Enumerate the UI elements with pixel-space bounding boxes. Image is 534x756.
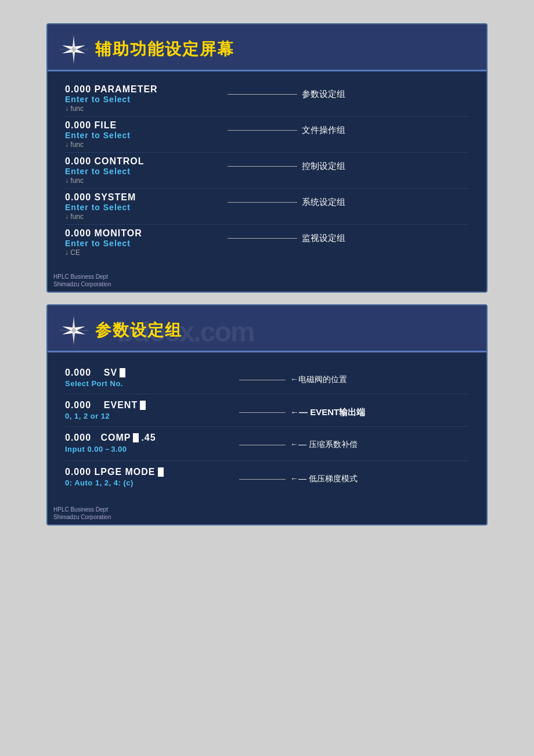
menu-left-system: 0.000 SYSTEM Enter to Select ↓ func bbox=[65, 192, 228, 221]
menu-left-monitor: 0.000 MONITOR Enter to Select ↓ CE bbox=[65, 228, 228, 257]
system-func: ↓ func bbox=[65, 213, 228, 221]
panel1-title: 辅助功能设定屏幕 bbox=[95, 38, 234, 60]
param-left-sv: 0.000 SV Select Port No. bbox=[65, 368, 239, 388]
panel2: 参数设定组 bdocx.com 0.000 SV Select Port No.… bbox=[46, 304, 488, 525]
control-select: Enter to Select bbox=[65, 167, 228, 176]
comp-arrow: ←— 压缩系数补偿 bbox=[239, 440, 358, 450]
lpge-arrow: ←— 低压梯度模式 bbox=[239, 474, 358, 484]
param-item-event: 0.000 EVENT 0, 1, 2 or 12 ←— EVENT输出端 bbox=[65, 394, 469, 427]
lpge-label: ←— 低压梯度模式 bbox=[290, 474, 358, 484]
sv-cursor bbox=[120, 368, 125, 377]
lpge-value-line: 0.000 LPGE MODE bbox=[65, 467, 239, 477]
event-cursor bbox=[140, 401, 146, 410]
menu-left-file: 0.000 FILE Enter to Select ↓ func bbox=[65, 120, 228, 149]
panel1-footer1: HPLC Business Dept bbox=[53, 273, 481, 280]
panel2-footer2: Shimadzu Corporation bbox=[53, 513, 481, 521]
parameter-label: 参数设定组 bbox=[302, 89, 345, 100]
event-label: ←— EVENT输出端 bbox=[290, 407, 365, 418]
panel1-header: 辅助功能设定屏幕 bbox=[48, 24, 486, 71]
file-value: 0.000 FILE bbox=[65, 120, 228, 131]
sv-arrow: ←电磁阀的位置 bbox=[239, 375, 347, 385]
control-arrow: 控制设定组 bbox=[228, 161, 469, 172]
system-value: 0.000 SYSTEM bbox=[65, 192, 228, 203]
control-value: 0.000 CONTROL bbox=[65, 156, 228, 167]
comp-sub-line: Input 0.00－3.00 bbox=[65, 444, 239, 455]
control-label: 控制设定组 bbox=[302, 161, 345, 172]
system-label: 系统设定组 bbox=[302, 197, 345, 208]
sv-value-line: 0.000 SV bbox=[65, 368, 239, 378]
param-item-comp: 0.000 COMP .45 Input 0.00－3.00 ←— 压缩系数补偿 bbox=[65, 427, 469, 461]
monitor-value: 0.000 MONITOR bbox=[65, 228, 228, 239]
panel2-header: 参数设定组 bdocx.com bbox=[48, 305, 486, 352]
param-left-comp: 0.000 COMP .45 Input 0.00－3.00 bbox=[65, 433, 239, 455]
star-icon-2 bbox=[59, 316, 88, 345]
menu-left-parameter: 0.000 PARAMETER Enter to Select ↓ func bbox=[65, 84, 228, 113]
comp-value-text: 0.000 COMP bbox=[65, 433, 131, 443]
monitor-select: Enter to Select bbox=[65, 239, 228, 248]
menu-left-control: 0.000 CONTROL Enter to Select ↓ func bbox=[65, 156, 228, 185]
monitor-label: 监视设定组 bbox=[302, 233, 345, 244]
file-func: ↓ func bbox=[65, 141, 228, 149]
control-func: ↓ func bbox=[65, 177, 228, 185]
param-item-lpge: 0.000 LPGE MODE 0: Auto 1, 2, 4: (c) ←— … bbox=[65, 461, 469, 493]
system-arrow: 系统设定组 bbox=[228, 197, 469, 208]
sv-horiz bbox=[239, 380, 286, 380]
comp-label: ←— 压缩系数补偿 bbox=[290, 440, 358, 450]
lpge-cursor bbox=[158, 467, 164, 477]
comp-horiz bbox=[239, 445, 286, 445]
panel1-footer: HPLC Business Dept Shimadzu Corporation bbox=[48, 269, 486, 291]
comp-suffix: .45 bbox=[141, 433, 156, 443]
menu-item-monitor: 0.000 MONITOR Enter to Select ↓ CE 监视设定组 bbox=[65, 225, 469, 260]
monitor-func: ↓ CE bbox=[65, 249, 228, 257]
event-value-line: 0.000 EVENT bbox=[65, 400, 239, 411]
parameter-func: ↓ func bbox=[65, 105, 228, 113]
system-select: Enter to Select bbox=[65, 203, 228, 212]
comp-value-line: 0.000 COMP .45 bbox=[65, 433, 239, 443]
param-left-event: 0.000 EVENT 0, 1, 2 or 12 bbox=[65, 400, 239, 420]
panel2-title: 参数设定组 bbox=[95, 319, 182, 341]
event-horiz bbox=[239, 412, 286, 413]
event-arrow: ←— EVENT输出端 bbox=[239, 407, 365, 418]
lpge-sub-line: 0: Auto 1, 2, 4: (c) bbox=[65, 478, 239, 487]
menu-item-parameter: 0.000 PARAMETER Enter to Select ↓ func 参… bbox=[65, 81, 469, 117]
param-item-sv: 0.000 SV Select Port No. ←电磁阀的位置 bbox=[65, 362, 469, 394]
monitor-horiz-line bbox=[228, 238, 297, 239]
menu-item-control: 0.000 CONTROL Enter to Select ↓ func 控制设… bbox=[65, 153, 469, 189]
file-label: 文件操作组 bbox=[302, 125, 345, 136]
file-horiz-line bbox=[228, 130, 297, 131]
panel1-footer2: Shimadzu Corporation bbox=[53, 280, 481, 288]
file-arrow: 文件操作组 bbox=[228, 125, 469, 136]
panel2-footer: HPLC Business Dept Shimadzu Corporation bbox=[48, 502, 486, 524]
panel1-body: 0.000 PARAMETER Enter to Select ↓ func 参… bbox=[48, 71, 486, 269]
file-select: Enter to Select bbox=[65, 131, 228, 140]
sv-label: ←电磁阀的位置 bbox=[290, 375, 347, 385]
lpge-horiz bbox=[239, 479, 286, 480]
panel2-body: 0.000 SV Select Port No. ←电磁阀的位置 0.000 E… bbox=[48, 352, 486, 502]
menu-item-file: 0.000 FILE Enter to Select ↓ func 文件操作组 bbox=[65, 117, 469, 153]
parameter-arrow: 参数设定组 bbox=[228, 89, 469, 100]
panel2-footer1: HPLC Business Dept bbox=[53, 506, 481, 513]
event-value-text: 0.000 EVENT bbox=[65, 400, 138, 411]
comp-cursor bbox=[133, 433, 139, 442]
parameter-select: Enter to Select bbox=[65, 95, 228, 104]
parameter-value: 0.000 PARAMETER bbox=[65, 84, 228, 95]
star-icon bbox=[59, 35, 88, 64]
panel1: 辅助功能设定屏幕 0.000 PARAMETER Enter to Select… bbox=[46, 23, 488, 293]
monitor-arrow: 监视设定组 bbox=[228, 233, 469, 244]
param-left-lpge: 0.000 LPGE MODE 0: Auto 1, 2, 4: (c) bbox=[65, 467, 239, 487]
event-sub-line: 0, 1, 2 or 12 bbox=[65, 412, 239, 420]
lpge-value-text: 0.000 LPGE MODE bbox=[65, 467, 156, 477]
control-horiz-line bbox=[228, 166, 297, 167]
system-horiz-line bbox=[228, 202, 297, 203]
parameter-horiz-line bbox=[228, 94, 297, 95]
sv-value-text: 0.000 SV bbox=[65, 368, 117, 378]
menu-item-system: 0.000 SYSTEM Enter to Select ↓ func 系统设定… bbox=[65, 189, 469, 225]
sv-sub-line: Select Port No. bbox=[65, 379, 239, 388]
